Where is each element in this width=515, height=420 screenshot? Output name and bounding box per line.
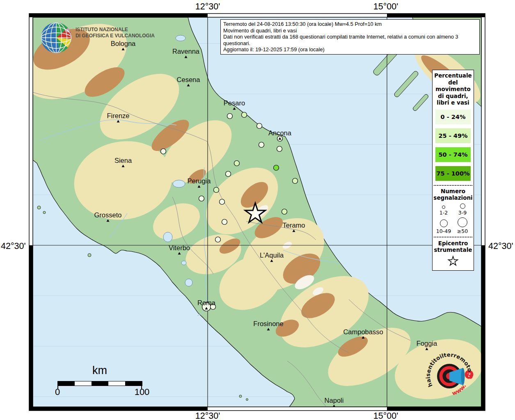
- signal-circle-xlarge-icon: [458, 217, 467, 227]
- signal-size-4: ≥50: [453, 216, 472, 234]
- event-data-note: Dati non verificati estratti da 168 ques…: [223, 34, 477, 46]
- city-label: Firenze: [107, 112, 129, 119]
- report-circle: [277, 146, 282, 152]
- city-label: Ancona: [268, 129, 292, 137]
- legend-signals-title: Numero segnalazioni: [433, 187, 474, 201]
- epicenter-star-icon: [446, 254, 460, 268]
- city-label: Cesena: [177, 76, 201, 83]
- city-label: Frosinone: [253, 320, 283, 327]
- report-circle: [259, 142, 264, 148]
- signal-size-2-label: 3-9: [458, 210, 467, 216]
- scalebar-max: 100: [131, 387, 153, 397]
- report-circle: [199, 196, 204, 201]
- signal-size-2: 3-9: [453, 202, 472, 216]
- map-interior: BolognaRavennaCesenaFirenzePesaroAnconaS…: [13, 8, 490, 409]
- ingv-name-line1: ISTITUTO NAZIONALE: [76, 27, 128, 32]
- legend-class-0: 0 - 24%: [435, 110, 471, 124]
- report-circle: [227, 114, 233, 119]
- city-label: Ravenna: [172, 48, 200, 55]
- event-effect: Movimento di quadri, libri e vasi: [223, 27, 477, 34]
- report-circle: [293, 178, 298, 184]
- legend-box: Percentuale del movimento di quadri, lib…: [432, 70, 474, 271]
- scalebar-segment: [92, 381, 108, 386]
- legend-class-1: 25 - 49%: [435, 128, 471, 143]
- scalebar-segment: [75, 381, 92, 386]
- scalebar-min: 0: [51, 387, 64, 397]
- signal-circle-medium-icon: [460, 203, 465, 209]
- scalebar-segment: [108, 381, 125, 386]
- legend-separator: [434, 185, 472, 186]
- legend-epicenter-title: Epicentro strumentale: [433, 238, 474, 253]
- report-circle: [226, 171, 231, 177]
- city-label: Grosseto: [94, 211, 122, 219]
- map-page: BolognaRavennaCesenaFirenzePesaroAnconaS…: [0, 0, 515, 420]
- report-circle: [214, 187, 219, 193]
- event-updated: Aggiornato il: 19-12-2025 17:59 (ora loc…: [223, 46, 477, 53]
- scalebar-segment: [125, 381, 142, 386]
- lat-label-right: 42°30': [488, 241, 515, 251]
- signal-size-3: 10-49: [434, 216, 453, 234]
- report-circle: [257, 123, 262, 129]
- city-label: Napoli: [325, 397, 344, 404]
- report-circle: [161, 149, 166, 154]
- signal-size-1-label: 1-2: [439, 210, 448, 216]
- city-label: Perugia: [188, 177, 211, 185]
- lon-label-bottom-left: 12°30': [183, 411, 232, 420]
- signal-size-1: 1-2: [434, 202, 453, 216]
- report-circle: [215, 237, 221, 242]
- city-label: Viterbo: [169, 244, 190, 251]
- watermark-text-it: .it: [467, 372, 474, 380]
- city-label: Roma: [197, 299, 216, 306]
- signal-circle-large-icon: [440, 219, 448, 227]
- lon-label-top-left: 12°30': [183, 2, 232, 12]
- legend-class-2: 50 - 74%: [435, 147, 471, 162]
- legend-signal-sizes: 1-2 3-9 10-49 ≥50: [433, 201, 474, 236]
- report-circle: [282, 209, 287, 215]
- report-circle: [242, 112, 247, 118]
- city-label: L'Aquila: [260, 251, 284, 259]
- city-label: Bologna: [111, 40, 136, 47]
- city-label: Teramo: [282, 221, 305, 229]
- signal-circle-small-icon: [442, 205, 445, 209]
- report-circle: [220, 199, 225, 205]
- city-label: Siena: [114, 157, 132, 164]
- scalebar-segment: [58, 381, 75, 386]
- signal-size-3-label: 10-49: [436, 228, 451, 234]
- legend-separator-2: [434, 237, 472, 237]
- lon-label-top-right: 15°00': [361, 2, 410, 12]
- report-circle: [222, 219, 227, 225]
- report-circle: [234, 161, 240, 166]
- event-title: Terremoto del 24-08-2016 13:50:30 (ora l…: [223, 21, 477, 27]
- legend-title: Percentuale del movimento di quadri, lib…: [433, 70, 474, 107]
- event-info-box: Terremoto del 24-08-2016 13:50:30 (ora l…: [220, 19, 480, 55]
- ingv-name-line2: DI GEOFISICA E VULCANOLOGIA: [76, 33, 155, 39]
- city-label: Campobasso: [343, 328, 383, 336]
- report-circle: [274, 165, 279, 171]
- signal-size-4-label: ≥50: [457, 228, 468, 234]
- lat-label-left: 42°30': [1, 241, 27, 251]
- lon-label-bottom-right: 15°00': [361, 411, 410, 420]
- scalebar: [57, 381, 142, 386]
- city-label: Foggia: [417, 340, 437, 347]
- legend-class-3: 75 - 100%: [435, 166, 471, 181]
- scalebar-title: km: [79, 364, 120, 377]
- city-label: Pesaro: [224, 99, 245, 107]
